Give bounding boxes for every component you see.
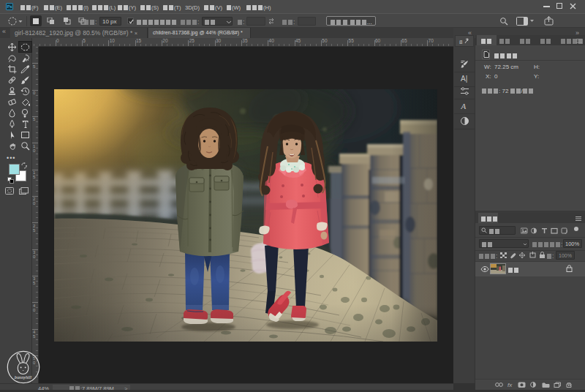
svg-text:A|: A|: [461, 75, 467, 83]
svg-text:bunnyhill: bunnyhill: [15, 374, 32, 380]
svg-text:8: 8: [459, 39, 463, 45]
svg-text:fx: fx: [507, 382, 513, 388]
svg-text:A: A: [461, 102, 467, 110]
